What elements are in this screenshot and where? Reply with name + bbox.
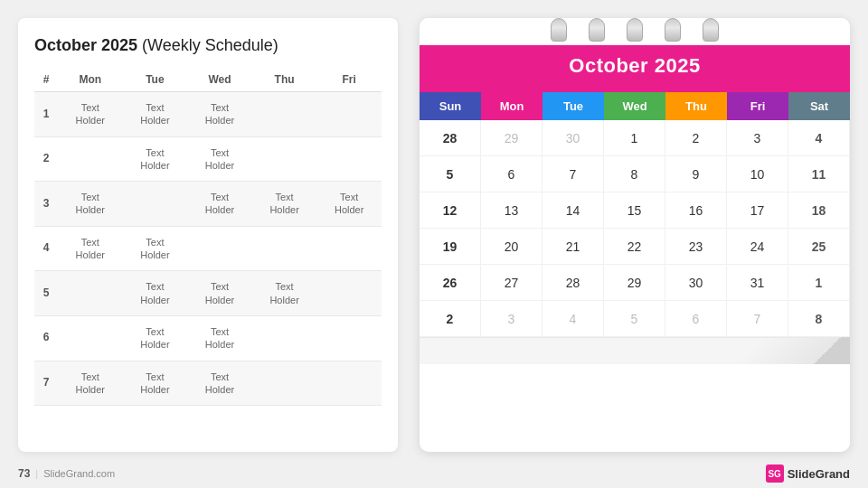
calendar-month-title: October 2025 — [420, 54, 850, 78]
cal-cell: 1 — [788, 265, 850, 301]
cell-thu — [252, 361, 317, 406]
cell-thu — [252, 92, 317, 137]
row-num-cell: 1 — [34, 92, 58, 137]
row-num-cell: 7 — [34, 361, 58, 406]
cal-cell: 28 — [420, 120, 481, 156]
ring-1 — [551, 18, 567, 42]
cal-cell: 5 — [420, 156, 481, 192]
day-header-sun: Sun — [420, 92, 481, 120]
table-row: 5TextHolderTextHolderTextHolder — [34, 271, 382, 316]
cal-cell: 23 — [665, 229, 727, 265]
cal-cell: 30 — [542, 120, 604, 156]
table-row: 2TextHolderTextHolder — [34, 136, 382, 182]
cell-tue — [123, 182, 188, 227]
cell-tue: TextHolder — [123, 92, 188, 137]
table-row: 6TextHolderTextHolder — [34, 315, 382, 361]
cal-cell: 12 — [420, 192, 481, 229]
cell-tue: TextHolder — [123, 271, 188, 316]
col-header-thu: Thu — [252, 68, 317, 92]
row-num-cell: 6 — [34, 315, 58, 361]
cal-cell: 17 — [727, 192, 788, 229]
schedule-title-month: October 2025 — [34, 36, 137, 54]
cal-cell: 11 — [788, 156, 850, 192]
cal-cell: 2 — [665, 120, 727, 156]
cal-cell: 3 — [727, 120, 788, 156]
cell-mon — [58, 315, 123, 361]
ring-4 — [665, 18, 681, 42]
table-row: 7TextHolderTextHolderTextHolder — [34, 361, 382, 406]
footer-brand: SG SlideGrand — [766, 465, 850, 483]
cal-cell: 13 — [481, 192, 542, 229]
cell-mon — [58, 136, 123, 182]
brand-name: SlideGrand — [788, 467, 850, 481]
table-row: 4TextHolderTextHolder — [34, 226, 382, 271]
cell-mon: TextHolder — [58, 226, 123, 271]
row-num-cell: 3 — [34, 182, 58, 227]
day-header-fri: Fri — [727, 92, 788, 120]
cal-cell: 8 — [788, 301, 850, 337]
cell-thu — [252, 136, 317, 182]
cal-cell: 29 — [604, 265, 665, 301]
cal-cell: 30 — [665, 265, 727, 301]
col-header-wed: Wed — [187, 68, 252, 92]
cell-fri — [316, 92, 382, 137]
calendar-days-header: Sun Mon Tue Wed Thu Fri Sat — [420, 92, 850, 120]
cell-fri — [316, 136, 382, 182]
cal-cell: 27 — [481, 265, 542, 301]
table-header-row: # Mon Tue Wed Thu Fri — [34, 68, 382, 92]
cell-tue: TextHolder — [123, 361, 188, 406]
cell-mon: TextHolder — [58, 92, 123, 137]
cal-cell: 9 — [665, 156, 727, 192]
cal-cell: 3 — [481, 301, 542, 337]
calendar-bottom — [420, 337, 850, 364]
weekly-schedule-panel: October 2025 (Weekly Schedule) # Mon Tue… — [18, 18, 398, 452]
cal-cell: 21 — [542, 229, 604, 265]
cell-wed — [187, 226, 252, 271]
cell-tue: TextHolder — [123, 315, 188, 361]
col-header-fri: Fri — [316, 68, 382, 92]
footer-page-number: 73 — [18, 467, 30, 480]
cell-thu — [252, 226, 317, 271]
cell-wed: TextHolder — [187, 361, 252, 406]
cell-tue: TextHolder — [123, 226, 188, 271]
cal-cell: 10 — [727, 156, 788, 192]
cal-cell: 20 — [481, 229, 542, 265]
cell-fri: TextHolder — [316, 182, 382, 227]
table-row: 3TextHolderTextHolderTextHolderTextHolde… — [34, 182, 382, 227]
day-header-mon: Mon — [481, 92, 542, 120]
brand-icon: SG — [766, 465, 784, 483]
calendar-rings — [420, 18, 850, 45]
cal-cell: 19 — [420, 229, 481, 265]
col-header-num: # — [34, 68, 58, 92]
cal-cell: 6 — [481, 156, 542, 192]
cal-cell: 2 — [420, 301, 481, 337]
day-header-thu: Thu — [665, 92, 727, 120]
footer-left: 73 | SlideGrand.com — [18, 467, 115, 480]
day-header-sat: Sat — [788, 92, 850, 120]
cell-wed: TextHolder — [187, 136, 252, 182]
cal-cell: 6 — [665, 301, 727, 337]
cell-mon: TextHolder — [58, 182, 123, 227]
cal-cell: 25 — [788, 229, 850, 265]
cal-cell: 5 — [604, 301, 665, 337]
col-header-tue: Tue — [123, 68, 188, 92]
cell-fri — [316, 361, 382, 406]
cal-cell: 7 — [727, 301, 788, 337]
cell-thu: TextHolder — [252, 271, 317, 316]
cal-cell: 28 — [542, 265, 604, 301]
cal-cell: 16 — [665, 192, 727, 229]
cal-cell: 4 — [542, 301, 604, 337]
ring-3 — [627, 18, 643, 42]
cal-cell: 22 — [604, 229, 665, 265]
cal-cell: 1 — [604, 120, 665, 156]
cal-cell: 7 — [542, 156, 604, 192]
cal-cell: 24 — [727, 229, 788, 265]
cal-cell: 14 — [542, 192, 604, 229]
table-row: 1TextHolderTextHolderTextHolder — [34, 92, 382, 137]
cal-cell: 8 — [604, 156, 665, 192]
footer-divider: | — [35, 468, 38, 479]
row-num-cell: 4 — [34, 226, 58, 271]
cell-wed: TextHolder — [187, 315, 252, 361]
cell-wed: TextHolder — [187, 182, 252, 227]
cal-cell: 26 — [420, 265, 481, 301]
